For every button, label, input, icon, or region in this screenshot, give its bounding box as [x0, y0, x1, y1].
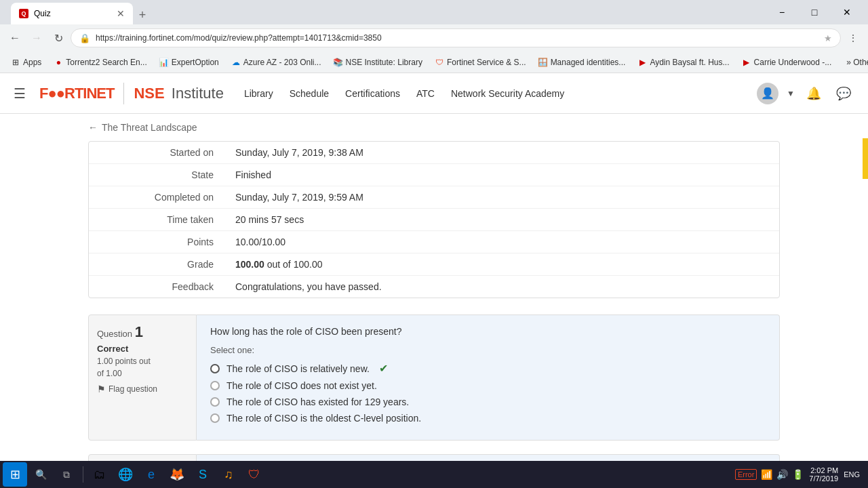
- back-button[interactable]: ←: [5, 28, 24, 47]
- bookmark-carrie[interactable]: ▶ Carrie Underwood -...: [736, 56, 837, 68]
- completed-on-value: Sunday, July 7, 2019, 9:59 AM: [224, 186, 779, 208]
- browser-navbar: ← → ↻ 🔒 https://training.fortinet.com/mo…: [0, 24, 868, 52]
- bookmark-expert[interactable]: 📊 ExpertOption: [154, 56, 224, 68]
- fortinet-logo-text: F●●RTINET: [39, 85, 114, 102]
- taskbar: ⊞ 🔍 ⧉ 🗂 🌐 e 🦊 S ♫ 🛡 Error 📶 🔊 🔋 2:02 PM …: [0, 461, 868, 488]
- minimize-button[interactable]: −: [766, 1, 797, 23]
- breadcrumb-link[interactable]: The Threat Landscape: [102, 122, 197, 133]
- summary-row-started: Started on Sunday, July 7, 2019, 9:38 AM: [89, 142, 779, 164]
- taskbar-skype-icon[interactable]: S: [191, 462, 215, 487]
- points-label: Points: [89, 231, 224, 253]
- taskbar-date: 7/7/2019: [809, 474, 838, 483]
- address-bar[interactable]: 🔒 https://training.fortinet.com/mod/quiz…: [71, 28, 841, 47]
- new-tab-button[interactable]: +: [133, 5, 152, 24]
- nse-logo-text: NSE: [134, 85, 164, 102]
- radio-option-2[interactable]: [210, 381, 220, 390]
- time-taken-value: 20 mins 57 secs: [224, 209, 779, 230]
- expert-icon: 📊: [159, 58, 169, 67]
- hamburger-menu[interactable]: ☰: [14, 85, 26, 102]
- option-2-text: The role of CISO does not exist yet.: [226, 380, 377, 391]
- azure-icon: ☁: [231, 58, 241, 67]
- user-avatar[interactable]: 👤: [757, 83, 778, 104]
- option-3-text: The role of CISO has existed for 129 yea…: [226, 396, 409, 407]
- summary-row-grade: Grade 100.00 out of 100.00: [89, 253, 779, 276]
- question-1-option-2: The role of CISO does not exist yet.: [210, 380, 766, 391]
- taskbar-app2-icon[interactable]: 🛡: [242, 462, 267, 487]
- maximize-button[interactable]: □: [799, 1, 830, 23]
- feedback-value: Congratulations, you have passed.: [224, 276, 779, 298]
- correct-checkmark: ✔: [379, 362, 388, 375]
- bookmark-other[interactable]: » Other bookmarks: [841, 56, 868, 68]
- nav-library[interactable]: Library: [244, 88, 273, 99]
- messages-icon[interactable]: 💬: [833, 83, 854, 104]
- question-1-points: 1.00 points out: [97, 357, 188, 366]
- bookmark-managed-label: Managed identities...: [551, 58, 626, 67]
- url-text: https://training.fortinet.com/mod/quiz/r…: [96, 33, 818, 43]
- taskbar-firefox-icon[interactable]: 🦊: [165, 462, 189, 487]
- tab-title: Quiz: [34, 9, 51, 18]
- summary-row-completed: Completed on Sunday, July 7, 2019, 9:59 …: [89, 186, 779, 209]
- breadcrumb: ← The Threat Landscape: [0, 114, 868, 141]
- extensions-button[interactable]: ⋮: [844, 28, 863, 47]
- taskbar-chrome-icon[interactable]: 🌐: [113, 462, 138, 487]
- bookmark-nse[interactable]: 📚 NSE Institute: Library: [328, 56, 428, 68]
- bookmark-expert-label: ExpertOption: [172, 58, 219, 67]
- summary-table: Started on Sunday, July 7, 2019, 9:38 AM…: [88, 141, 780, 298]
- flag-icon: ⚑: [97, 384, 106, 394]
- question-1-flag-button[interactable]: ⚑ Flag question: [97, 384, 188, 394]
- summary-row-feedback: Feedback Congratulations, you have passe…: [89, 276, 779, 298]
- radio-option-3[interactable]: [210, 397, 220, 407]
- browser-tab[interactable]: Q Quiz ✕: [11, 3, 133, 24]
- question-1-text: How long has the role of CISO been prese…: [210, 326, 766, 337]
- question-1-option-3: The role of CISO has existed for 129 yea…: [210, 396, 766, 407]
- summary-row-state: State Finished: [89, 164, 779, 186]
- apps-icon: ⊞: [11, 58, 20, 67]
- tab-close-btn[interactable]: ✕: [117, 8, 125, 19]
- bookmark-azure[interactable]: ☁ Azure AZ - 203 Onli...: [226, 56, 327, 68]
- taskbar-search-icon[interactable]: 🔍: [28, 462, 53, 487]
- close-button[interactable]: ✕: [831, 1, 863, 23]
- started-on-value: Sunday, July 7, 2019, 9:38 AM: [224, 142, 779, 163]
- tray-volume-icon[interactable]: 🔊: [776, 469, 788, 480]
- windows-icon: ⊞: [10, 467, 20, 482]
- bookmark-fortinet[interactable]: 🛡 Fortinet Service & S...: [429, 56, 532, 68]
- nav-atc[interactable]: ATC: [416, 88, 435, 99]
- notification-bell-icon[interactable]: 🔔: [803, 83, 825, 104]
- taskbar-explorer-icon[interactable]: 🗂: [87, 462, 112, 487]
- nav-network-security[interactable]: Network Security Academy: [451, 88, 564, 99]
- bookmark-managed[interactable]: 🪟 Managed identities...: [533, 56, 631, 68]
- start-button[interactable]: ⊞: [3, 462, 27, 487]
- carrie-icon: ▶: [742, 58, 751, 67]
- bookmark-aydin[interactable]: ▶ Aydin Baysal ft. Hus...: [632, 56, 734, 68]
- nav-certifications[interactable]: Certifications: [345, 88, 400, 99]
- bookmark-torrentz[interactable]: ● Torrentz2 Search En...: [48, 56, 152, 68]
- completed-on-label: Completed on: [89, 186, 224, 208]
- refresh-button[interactable]: ↻: [49, 28, 68, 47]
- taskbar-edge-icon[interactable]: e: [139, 462, 163, 487]
- option-4-text: The role of CISO is the oldest C-level p…: [226, 413, 421, 424]
- question-1-sidebar: Question 1 Correct 1.00 points out of 1.…: [88, 314, 197, 441]
- user-menu-toggle[interactable]: ▼: [787, 89, 795, 98]
- main-navigation: Library Schedule Certifications ATC Netw…: [244, 88, 743, 99]
- bookmark-fortinet-label: Fortinet Service & S...: [447, 58, 526, 67]
- started-on-label: Started on: [89, 142, 224, 163]
- torrentz-icon: ●: [54, 58, 63, 67]
- tray-battery-icon[interactable]: 🔋: [792, 469, 804, 480]
- forward-button[interactable]: →: [27, 28, 46, 47]
- nav-schedule[interactable]: Schedule: [290, 88, 329, 99]
- tray-network-icon[interactable]: 📶: [761, 469, 772, 480]
- taskbar-right-section: Error 📶 🔊 🔋 2:02 PM 7/7/2019 ENG: [735, 466, 865, 483]
- summary-row-time: Time taken 20 mins 57 secs: [89, 209, 779, 231]
- radio-option-1[interactable]: [210, 364, 220, 373]
- bookmark-apps[interactable]: ⊞ Apps: [5, 56, 47, 68]
- taskbar-task-view-icon[interactable]: ⧉: [54, 462, 79, 487]
- bookmark-apps-label: Apps: [23, 58, 41, 67]
- bookmark-torrentz-label: Torrentz2 Search En...: [66, 58, 146, 67]
- flag-label: Flag question: [108, 384, 157, 394]
- taskbar-winamp-icon[interactable]: ♫: [216, 462, 241, 487]
- question-1-content: How long has the role of CISO been prese…: [197, 314, 780, 441]
- institute-logo-text: Institute: [167, 85, 224, 102]
- radio-option-4[interactable]: [210, 413, 220, 423]
- breadcrumb-arrow-icon: ←: [88, 122, 98, 133]
- state-value: Finished: [224, 164, 779, 186]
